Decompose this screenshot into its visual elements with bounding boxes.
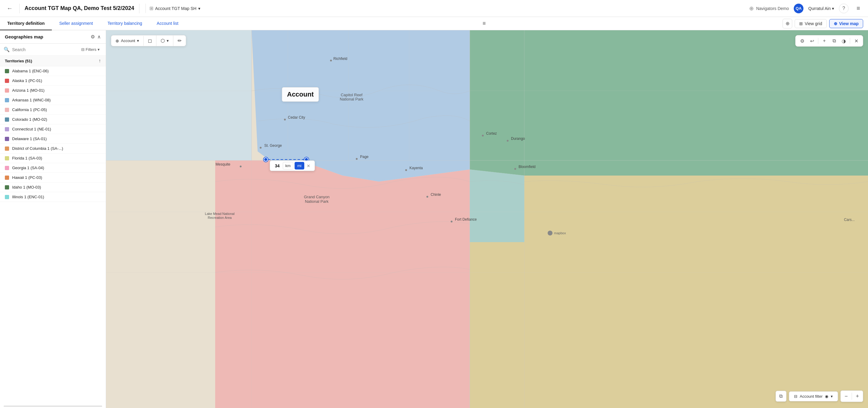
list-item[interactable]: Idaho 1 (MO-03) xyxy=(0,182,106,192)
main-content: Geographies map ⚙ ∧ 🔍 ⊟ Filters ▾ Territ… xyxy=(0,30,868,408)
distance-km-button[interactable]: km xyxy=(283,162,293,170)
map-close-icon: ✕ xyxy=(855,38,858,44)
list-item[interactable]: Hawaii 1 (PC-03) xyxy=(0,173,106,182)
svg-point-22 xyxy=(405,169,407,171)
filter-button[interactable]: ⊟ Filters ▾ xyxy=(79,46,102,53)
select-tool-button[interactable]: ◻ xyxy=(144,35,156,46)
header: ← Account TGT Map QA, Demo Test 5/2/2024… xyxy=(0,0,868,17)
add-icon: ⊕ xyxy=(785,21,789,26)
menu-button[interactable]: ≡ xyxy=(854,4,863,13)
territory-color-swatch xyxy=(5,117,9,122)
list-item[interactable]: Georgia 1 (SA-04) xyxy=(0,163,106,173)
list-item[interactable]: Delaware 1 (SA-01) xyxy=(0,134,106,144)
list-item[interactable]: Alaska 1 (PC-01) xyxy=(0,76,106,86)
list-item[interactable]: California 1 (PC-05) xyxy=(0,105,106,115)
territory-name: Alabama 1 (ENC-06) xyxy=(12,69,49,73)
search-input[interactable] xyxy=(12,47,76,52)
view-grid-icon: ⊞ xyxy=(799,21,803,26)
svg-point-20 xyxy=(356,158,358,160)
list-item[interactable]: Colorado 1 (MO-02) xyxy=(0,115,106,125)
svg-point-24 xyxy=(482,135,484,136)
view-grid-label: View grid xyxy=(805,21,822,26)
pen-tool-button[interactable]: ✏ xyxy=(173,35,186,46)
map-settings-button[interactable]: ⚙ xyxy=(798,37,806,45)
map-undo-icon: ↩ xyxy=(810,38,814,44)
distance-close-button[interactable]: ✕ xyxy=(305,162,312,170)
list-item[interactable]: Arizona 1 (MO-01) xyxy=(0,86,106,95)
zoom-in-icon: + xyxy=(856,393,859,400)
svg-text:Lake Mead National: Lake Mead National xyxy=(205,212,235,215)
view-map-button[interactable]: ⊕ View map xyxy=(829,19,863,28)
map-contrast-button[interactable]: ◑ xyxy=(839,37,848,45)
territory-name: Illinois 1 (ENC-01) xyxy=(12,195,44,199)
zoom-in-button[interactable]: + xyxy=(852,391,863,402)
territory-name: Delaware 1 (SA-01) xyxy=(12,136,47,141)
header-divider-2 xyxy=(139,4,140,13)
svg-text:Chinle: Chinle xyxy=(431,193,441,197)
map-contrast-icon: ◑ xyxy=(842,38,846,44)
territory-color-swatch xyxy=(5,156,9,161)
zoom-out-button[interactable]: − xyxy=(841,391,851,402)
distance-line-dashes xyxy=(268,159,304,160)
distance-popup: 34 km mi ✕ xyxy=(270,161,315,171)
add-territory-button[interactable]: ⊕ xyxy=(782,19,792,29)
svg-text:Mesquite: Mesquite xyxy=(216,162,230,167)
svg-point-26 xyxy=(507,140,508,142)
territory-name: California 1 (PC-05) xyxy=(12,107,47,112)
territories-sort-button[interactable]: ↑ xyxy=(98,58,101,64)
account-popup-label: Account xyxy=(287,91,314,98)
territory-name: District of Columbia 1 (SA-...) xyxy=(12,146,63,151)
territory-color-swatch xyxy=(5,79,9,83)
svg-text:Cortez: Cortez xyxy=(486,131,497,136)
tab-account-list[interactable]: Account list xyxy=(149,17,186,30)
user-menu-button[interactable]: Qurratul Ain ▾ xyxy=(808,6,834,11)
account-tool-button[interactable]: ⊕ Account ▾ xyxy=(111,36,144,46)
map-selector-chevron: ▾ xyxy=(198,6,200,11)
nav-right: ⊕ ⊞ View grid ⊕ View map xyxy=(782,19,868,29)
sidebar-collapse-button[interactable]: ∧ xyxy=(97,34,101,40)
map-controls-top-right: ⚙ ↩ + ⧉ ◑ ✕ xyxy=(795,35,863,46)
svg-text:Cars...: Cars... xyxy=(844,217,855,222)
svg-text:Kayenta: Kayenta xyxy=(409,166,423,170)
map-toolbar: ⊕ Account ▾ ◻ ⬡ ▾ ✏ xyxy=(111,35,186,46)
list-item[interactable]: Alabama 1 (ENC-06) xyxy=(0,66,106,76)
territories-list: Alabama 1 (ENC-06) Alaska 1 (PC-01) Ariz… xyxy=(0,66,106,404)
list-item[interactable]: District of Columbia 1 (SA-...) xyxy=(0,144,106,154)
back-button[interactable]: ← xyxy=(5,4,14,13)
tab-territory-balancing[interactable]: Territory balancing xyxy=(100,17,149,30)
map-undo-button[interactable]: ↩ xyxy=(808,37,816,45)
map-close-button[interactable]: ✕ xyxy=(852,37,861,45)
list-item[interactable]: Illinois 1 (ENC-01) xyxy=(0,192,106,202)
lasso-tool-button[interactable]: ⬡ ▾ xyxy=(156,35,173,46)
map-copy-button[interactable]: ⧉ xyxy=(830,37,838,45)
nav-hub-icon: ⊕ xyxy=(749,5,754,12)
territory-color-swatch xyxy=(5,98,9,102)
list-item[interactable]: Connecticut 1 (NE-01) xyxy=(0,125,106,134)
page-title: Account TGT Map QA, Demo Test 5/2/2024 xyxy=(25,5,134,11)
help-button[interactable]: ? xyxy=(839,4,848,13)
svg-text:Durango: Durango xyxy=(511,136,525,141)
map-add-button[interactable]: + xyxy=(820,37,829,45)
svg-text:Fort Defiance: Fort Defiance xyxy=(455,217,477,222)
territory-color-swatch xyxy=(5,195,9,199)
distance-start-point[interactable] xyxy=(264,158,268,162)
view-grid-button[interactable]: ⊞ View grid xyxy=(795,19,827,28)
account-filter-button[interactable]: ⊟ Account filter ◉ ▾ xyxy=(789,392,838,401)
map-area[interactable]: Capitol Reef National Park Cedar City St… xyxy=(106,30,868,408)
zoom-out-icon: − xyxy=(845,393,848,400)
nav-hub-label: Navigators Demo xyxy=(756,6,789,11)
distance-mi-button[interactable]: mi xyxy=(294,162,304,170)
map-settings-icon: ⚙ xyxy=(800,38,804,44)
sort-icon: ↑ xyxy=(98,58,101,63)
map-selector-button[interactable]: ⊞ Account TGT Map SH ▾ xyxy=(146,4,204,13)
sidebar-title: Geographies map xyxy=(5,34,43,39)
list-item[interactable]: Florida 1 (SA-03) xyxy=(0,154,106,163)
tab-territory-definition[interactable]: Territory definition xyxy=(0,17,52,30)
layers-button[interactable]: ⧉ xyxy=(776,391,786,402)
svg-point-38 xyxy=(330,60,332,62)
tab-seller-assignment[interactable]: Seller assignment xyxy=(52,17,100,30)
svg-point-16 xyxy=(260,147,261,148)
sidebar-settings-button[interactable]: ⚙ xyxy=(91,34,95,40)
list-item[interactable]: Arkansas 1 (WNC-08) xyxy=(0,95,106,105)
account-filter-icon: ⊟ xyxy=(794,394,797,399)
